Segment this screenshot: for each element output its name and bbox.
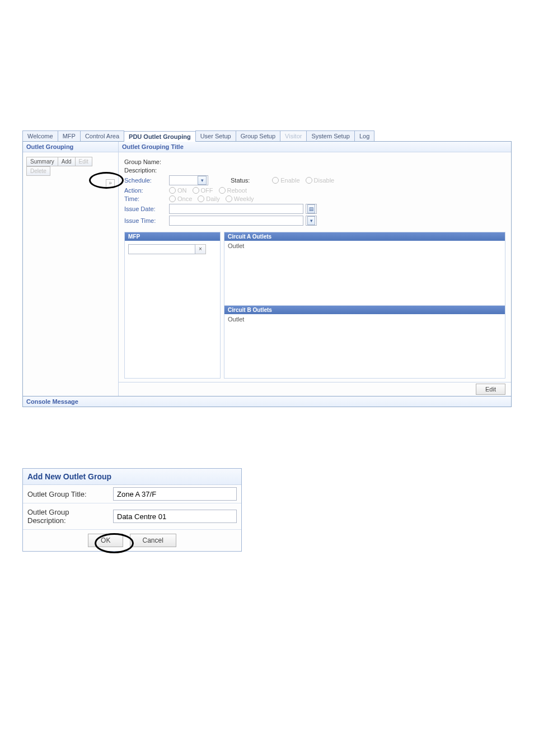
time-once-radio[interactable] [169,195,176,202]
top-tabs: Welcome MFP Control Area PDU Outlet Grou… [22,129,512,142]
form-title: Outlet Grouping Title [119,142,511,152]
issue-time-select[interactable]: ▾ [306,216,317,226]
tab-visitor[interactable]: Visitor [280,130,307,141]
action-off-label: OFF [201,187,213,194]
summary-button[interactable]: Summary [26,157,58,166]
status-disable-radio[interactable] [306,177,312,184]
circuit-a-outlet-col: Outlet [224,241,505,251]
add-button[interactable]: Add [58,157,76,166]
status-enable-label: Enable [280,177,299,184]
issue-date-input[interactable] [169,204,303,214]
tab-welcome[interactable]: Welcome [22,130,58,141]
time-daily-label: Daily [206,195,219,202]
mfp-panel-header: MFP [125,232,220,241]
outlet-grouping-sidebar: Outlet Grouping Summary Add Edit Delete … [23,142,119,396]
add-outlet-group-dialog: Add New Outlet Group Outlet Group Title:… [22,468,242,552]
mfp-clear-button[interactable]: × [195,244,206,254]
outlet-group-description-label: Outlet Group Description: [23,503,113,529]
time-once-label: Once [177,195,192,202]
tab-user-setup[interactable]: User Setup [195,130,236,141]
status-label: Status: [231,177,250,184]
outlet-group-title-input[interactable] [113,487,237,501]
group-name-label: Group Name: [124,158,169,165]
tab-group-setup[interactable]: Group Setup [236,130,280,141]
action-off-radio[interactable] [193,187,199,194]
status-disable-label: Disable [314,177,335,184]
outlet-group-title-label: Outlet Group Title: [23,486,113,503]
circuit-b-header: Circuit B Outlets [224,306,505,314]
action-reboot-radio[interactable] [219,187,226,194]
issue-time-label: Issue Time: [124,217,169,224]
delete-button[interactable]: Delete [26,166,50,176]
tab-system-setup[interactable]: System Setup [306,130,354,141]
chevron-down-icon: ▾ [198,176,207,185]
tab-mfp[interactable]: MFP [58,130,81,141]
outlet-group-description-input[interactable] [113,510,237,523]
console-message-header: Console Message [22,396,512,407]
circuit-a-header: Circuit A Outlets [224,232,505,241]
action-on-label: ON [177,187,187,194]
edit-button[interactable]: Edit [476,384,505,395]
tree-expand-icon[interactable]: » [106,179,115,188]
mfp-panel: MFP × [124,232,221,379]
time-label: Time: [124,195,169,202]
dialog-title: Add New Outlet Group [23,469,241,485]
action-reboot-label: Reboot [227,187,247,194]
outlets-panel: Circuit A Outlets Outlet Circuit B Outle… [224,232,505,379]
action-label: Action: [124,187,169,194]
schedule-label: Schedule: [124,177,169,184]
time-weekly-radio[interactable] [226,195,232,202]
circuit-b-outlet-col: Outlet [224,314,505,324]
status-enable-radio[interactable] [272,177,279,184]
chevron-down-icon: ▾ [307,216,315,225]
tab-pdu-outlet-grouping[interactable]: PDU Outlet Grouping [124,131,196,142]
calendar-icon: ▤ [307,204,315,213]
issue-date-picker[interactable]: ▤ [306,204,317,214]
mfp-input[interactable] [128,244,195,254]
edit-button-sidebar[interactable]: Edit [75,157,92,166]
time-weekly-label: Weekly [234,195,254,202]
time-daily-radio[interactable] [198,195,204,202]
cancel-button[interactable]: Cancel [130,534,176,547]
action-on-radio[interactable] [169,187,176,194]
tab-control-area[interactable]: Control Area [80,130,124,141]
issue-time-input[interactable] [169,216,303,226]
schedule-select[interactable]: ▾ [169,175,208,185]
sidebar-title: Outlet Grouping [23,142,118,152]
ok-button[interactable]: OK [88,534,123,547]
description-label: Description: [124,167,169,174]
tab-log[interactable]: Log [354,130,374,141]
issue-date-label: Issue Date: [124,206,169,212]
